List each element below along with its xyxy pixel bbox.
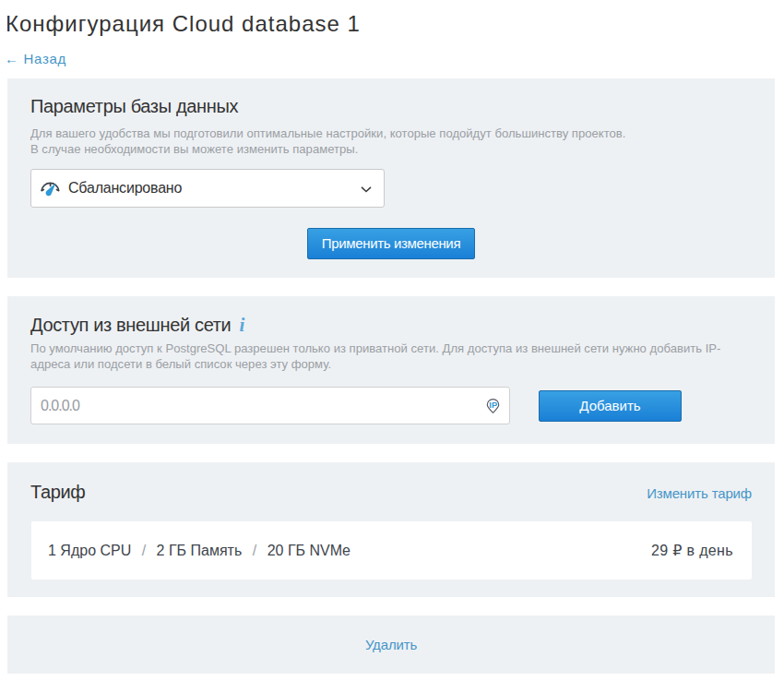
svg-text:IP: IP: [489, 400, 497, 410]
